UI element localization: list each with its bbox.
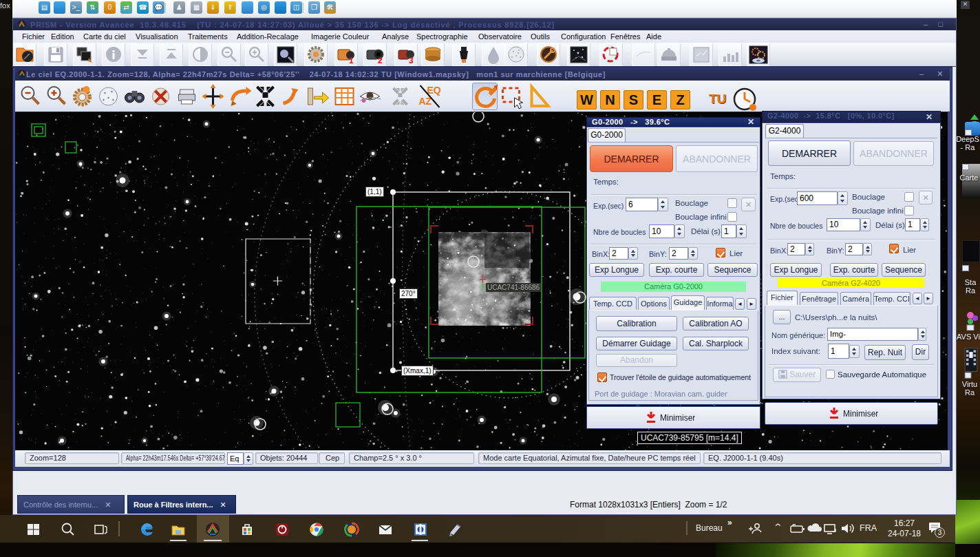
svg-text:EQ: EQ xyxy=(427,85,441,96)
svg-text:2: 2 xyxy=(378,56,383,65)
svg-text:3: 3 xyxy=(409,56,414,65)
svg-text:1: 1 xyxy=(349,56,354,65)
